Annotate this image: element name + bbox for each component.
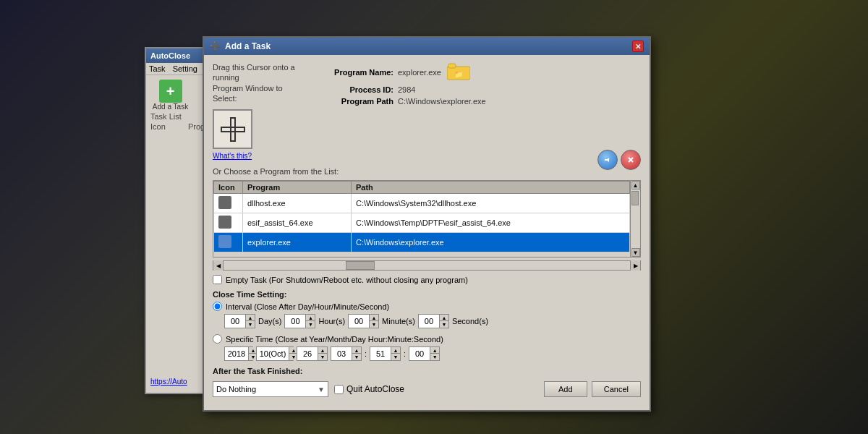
second-down[interactable]: ▼: [430, 354, 439, 360]
icon-col-label: Icon: [150, 122, 187, 131]
add-task-button[interactable]: + Add a Task: [150, 80, 190, 111]
table-row-selected[interactable]: explorer.exe C:\Windows\explorer.exe: [214, 233, 630, 252]
minute-up[interactable]: ▲: [391, 347, 400, 354]
scroll-track[interactable]: [631, 190, 640, 248]
folder-icon: 📁: [447, 62, 470, 82]
cancel-button[interactable]: Cancel: [592, 381, 641, 397]
nav-close-button[interactable]: [621, 150, 641, 170]
hours-arrows: ▲ ▼: [305, 315, 315, 328]
hours-down[interactable]: ▼: [306, 321, 315, 328]
autoclose-link[interactable]: https://Auto: [150, 378, 187, 386]
day-up[interactable]: ▲: [318, 347, 327, 354]
process-id-value: 2984: [398, 85, 415, 94]
nav-back-button[interactable]: [597, 150, 618, 170]
minutes-arrows: ▲ ▼: [369, 315, 378, 328]
vertical-scrollbar[interactable]: ▲ ▼: [630, 181, 640, 257]
hour-spinner[interactable]: ▲ ▼: [331, 346, 362, 361]
minutes-up[interactable]: ▲: [370, 315, 378, 321]
prog-icon-dark2: [218, 216, 231, 229]
second-spinner[interactable]: ▲ ▼: [409, 346, 440, 361]
days-input[interactable]: [225, 315, 245, 328]
process-id-label: Process ID:: [321, 85, 393, 94]
seconds-unit: Second(s): [452, 317, 488, 326]
prog-icon-blue: [218, 235, 231, 248]
row3-icon-cell: [214, 233, 243, 252]
close-time-label: Close Time Setting:: [213, 290, 641, 299]
day-down[interactable]: ▼: [318, 354, 327, 360]
dialog-titlebar: ➕ Add a Task ✕: [204, 38, 650, 55]
interval-radio[interactable]: [213, 302, 222, 311]
days-unit: Day(s): [258, 317, 281, 326]
h-scroll-thumb[interactable]: [346, 261, 375, 270]
specific-radio-row: Specific Time (Close at Year/Month/Day H…: [213, 334, 641, 344]
dialog-close-button[interactable]: ✕: [632, 41, 644, 52]
hour-up[interactable]: ▲: [352, 347, 361, 354]
days-spinner[interactable]: ▲ ▼: [224, 314, 255, 328]
hours-up[interactable]: ▲: [306, 315, 315, 321]
after-controls-row: Do Nothing ▼ Quit AutoClose Add Cancel: [213, 381, 641, 397]
whats-this-link[interactable]: What's this?: [213, 152, 307, 160]
table-row[interactable]: esif_assist_64.exe C:\Windows\Temp\DPTF\…: [214, 213, 630, 233]
dialog-top-section: Drag this Cursor onto a running Program …: [213, 62, 641, 160]
program-name-label: Program Name:: [321, 68, 393, 77]
row1-path-cell: C:\Windows\System32\dllhost.exe: [352, 194, 630, 213]
autoclose-menu-task[interactable]: Task: [149, 64, 166, 73]
second-input[interactable]: [409, 347, 430, 360]
minute-spinner[interactable]: ▲ ▼: [370, 346, 401, 361]
empty-task-label: Empty Task (For Shutdown/Reboot etc. wit…: [226, 276, 468, 284]
row1-program-cell: dllhost.exe: [243, 194, 352, 213]
seconds-spinner[interactable]: ▲ ▼: [418, 314, 449, 328]
month-input[interactable]: [257, 347, 289, 360]
add-task-icon: +: [159, 80, 182, 103]
interval-label: Interval (Close After Day/Hour/Minute/Se…: [226, 302, 389, 311]
program-path-label: Program Path: [321, 97, 393, 106]
scroll-thumb[interactable]: [631, 191, 639, 205]
minutes-down[interactable]: ▼: [370, 321, 378, 328]
empty-task-row: Empty Task (For Shutdown/Reboot etc. wit…: [213, 275, 641, 284]
days-up[interactable]: ▲: [246, 315, 255, 321]
quit-autoclose-row: Quit AutoClose: [334, 384, 404, 394]
col-program: Program: [243, 182, 352, 194]
seconds-down[interactable]: ▼: [440, 321, 448, 328]
seconds-up[interactable]: ▲: [440, 315, 448, 321]
row1-icon-cell: [214, 194, 243, 213]
empty-task-checkbox[interactable]: [213, 275, 222, 284]
day-spinner[interactable]: ▲ ▼: [297, 346, 328, 361]
specific-radio[interactable]: [213, 334, 222, 344]
table-row[interactable]: dllhost.exe C:\Windows\System32\dllhost.…: [214, 194, 630, 213]
process-id-row: Process ID: 2984: [321, 85, 641, 94]
after-select[interactable]: Do Nothing ▼: [213, 381, 328, 397]
day-input[interactable]: [297, 347, 318, 360]
program-table: Icon Program Path dllhost.exe C:\Windows…: [213, 181, 630, 252]
add-button[interactable]: Add: [544, 381, 587, 397]
hour-down[interactable]: ▼: [352, 354, 361, 360]
row2-path-cell: C:\Windows\Temp\DPTF\esif_assist_64.exe: [352, 213, 630, 233]
month-spinner[interactable]: ▲ ▼: [256, 346, 294, 361]
minutes-spinner[interactable]: ▲ ▼: [348, 314, 379, 328]
hour-input[interactable]: [331, 347, 352, 360]
second-up[interactable]: ▲: [430, 347, 439, 354]
drag-cursor-box[interactable]: [213, 109, 252, 149]
minutes-input[interactable]: [349, 315, 369, 328]
days-down[interactable]: ▼: [246, 321, 255, 328]
dialog-titlebar-left: ➕ Add a Task: [210, 41, 271, 51]
scroll-up-arrow[interactable]: ▲: [631, 181, 640, 190]
h-scroll-track[interactable]: [224, 261, 630, 270]
year-spinner[interactable]: ▲ ▼: [224, 346, 253, 361]
program-info: Program Name: explorer.exe 📁 Process ID:…: [321, 62, 641, 160]
autoclose-menu-setting[interactable]: Setting: [173, 64, 197, 73]
seconds-arrows: ▲ ▼: [439, 315, 448, 328]
close-x-icon: [626, 155, 636, 165]
hours-spinner[interactable]: ▲ ▼: [284, 314, 315, 328]
scroll-down-arrow[interactable]: ▼: [631, 248, 640, 257]
program-table-scroll[interactable]: Icon Program Path dllhost.exe C:\Windows…: [213, 181, 640, 257]
autoclose-title: AutoClose: [150, 51, 190, 60]
h-scroll-right[interactable]: ▶: [630, 260, 640, 271]
year-input[interactable]: [225, 347, 248, 360]
nav-buttons: [597, 150, 641, 170]
minute-down[interactable]: ▼: [391, 354, 400, 360]
minute-input[interactable]: [370, 347, 391, 360]
seconds-input[interactable]: [419, 315, 439, 328]
hours-input[interactable]: [285, 315, 305, 328]
quit-autoclose-checkbox[interactable]: [334, 385, 344, 394]
